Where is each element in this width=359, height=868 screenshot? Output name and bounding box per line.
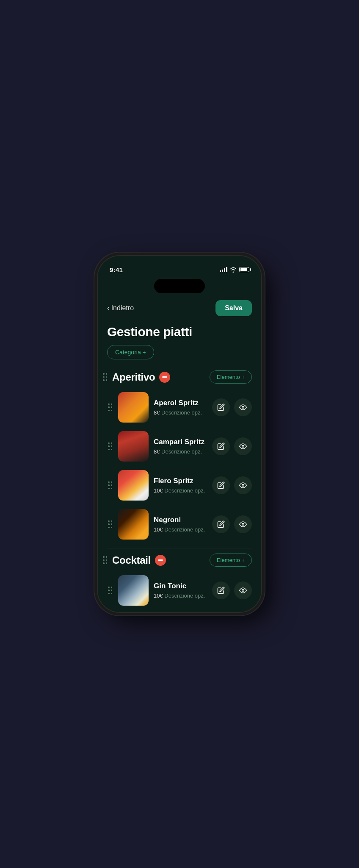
item-price-negroni: 10€ bbox=[154, 526, 164, 533]
item-desc-aperol: Descrizione opz. bbox=[161, 409, 202, 416]
nav-bar: ‹ Indietro Salva bbox=[98, 296, 261, 320]
item-info-campari: Campari Spritz8€ Descrizione opz. bbox=[154, 438, 207, 455]
eye-icon bbox=[239, 442, 247, 450]
add-element-cocktail[interactable]: Elemento + bbox=[210, 554, 252, 567]
section-header-aperitivo: AperitivoElemento + bbox=[98, 367, 261, 388]
section-header-cocktail: CocktailElemento + bbox=[98, 550, 261, 571]
item-price-row-negroni: 10€ Descrizione opz. bbox=[154, 526, 207, 533]
svg-point-2 bbox=[242, 484, 244, 487]
add-category-button[interactable]: Categoria + bbox=[107, 345, 154, 359]
item-image-campari bbox=[118, 431, 149, 462]
add-element-aperitivo[interactable]: Elemento + bbox=[210, 370, 252, 384]
drag-handle-cocktail[interactable] bbox=[102, 554, 108, 566]
item-drag-gintonic[interactable] bbox=[107, 585, 113, 596]
item-price-row-campari: 8€ Descrizione opz. bbox=[154, 448, 207, 455]
view-button-aperol[interactable] bbox=[234, 398, 252, 416]
status-time: 9:41 bbox=[110, 266, 123, 273]
item-image-aperol bbox=[118, 392, 149, 423]
item-name-gintonic: Gin Tonic bbox=[154, 582, 207, 590]
item-desc-negroni: Descrizione opz. bbox=[164, 526, 205, 533]
battery-icon bbox=[239, 267, 249, 272]
back-label: Indietro bbox=[111, 304, 134, 312]
item-name-campari: Campari Spritz bbox=[154, 438, 207, 446]
section-divider bbox=[107, 548, 252, 548]
item-desc-gintonic: Descrizione opz. bbox=[164, 593, 205, 599]
edit-button-gintonic[interactable] bbox=[212, 581, 230, 599]
item-actions-fiero bbox=[212, 476, 252, 494]
pencil-icon bbox=[217, 442, 225, 450]
phone-frame: 9:41 bbox=[97, 255, 262, 613]
item-image-fiero bbox=[118, 470, 149, 501]
eye-icon bbox=[239, 403, 247, 411]
menu-item-aperol: Aperol Spritz8€ Descrizione opz. bbox=[104, 388, 255, 427]
signal-icon bbox=[220, 267, 227, 272]
section-header-left: Cocktail bbox=[102, 554, 166, 566]
item-price-row-aperol: 8€ Descrizione opz. bbox=[154, 409, 207, 416]
item-price-gintonic: 10€ bbox=[154, 593, 164, 599]
save-button[interactable]: Salva bbox=[215, 300, 252, 316]
pencil-icon bbox=[217, 520, 225, 528]
item-desc-fiero: Descrizione opz. bbox=[164, 487, 205, 494]
item-info-fiero: Fiero Spritz10€ Descrizione opz. bbox=[154, 477, 207, 494]
item-drag-negroni[interactable] bbox=[107, 519, 113, 530]
item-name-fiero: Fiero Spritz bbox=[154, 477, 207, 485]
item-price-fiero: 10€ bbox=[154, 487, 164, 494]
section-title-aperitivo: Aperitivo bbox=[112, 371, 155, 383]
item-desc-campari: Descrizione opz. bbox=[161, 448, 202, 455]
eye-icon bbox=[239, 481, 247, 489]
view-button-gintonic[interactable] bbox=[234, 581, 252, 599]
item-price-row-gintonic: 10€ Descrizione opz. bbox=[154, 592, 207, 599]
item-image-negroni bbox=[118, 509, 149, 540]
section-title-cocktail: Cocktail bbox=[112, 554, 151, 566]
item-info-gintonic: Gin Tonic10€ Descrizione opz. bbox=[154, 582, 207, 599]
svg-point-4 bbox=[242, 590, 244, 592]
svg-point-1 bbox=[242, 445, 244, 448]
item-drag-aperol[interactable] bbox=[107, 402, 113, 413]
section-header-left: Aperitivo bbox=[102, 371, 170, 383]
dynamic-island bbox=[154, 279, 205, 293]
pencil-icon bbox=[217, 481, 225, 489]
item-image-gintonic bbox=[118, 575, 149, 606]
section-cocktail: CocktailElemento +Gin Tonic10€ Descrizio… bbox=[98, 550, 261, 612]
item-drag-campari[interactable] bbox=[107, 441, 113, 452]
drag-handle-aperitivo[interactable] bbox=[102, 371, 108, 383]
item-info-aperol: Aperol Spritz8€ Descrizione opz. bbox=[154, 399, 207, 416]
status-bar: 9:41 bbox=[98, 256, 261, 277]
remove-section-aperitivo[interactable] bbox=[159, 372, 170, 383]
menu-item-margarita: Margarita10€ Descrizione opz. bbox=[104, 610, 255, 612]
phone-screen: 9:41 bbox=[98, 256, 261, 612]
menu-items-aperitivo: Aperol Spritz8€ Descrizione opz.Campari … bbox=[98, 388, 261, 544]
view-button-negroni[interactable] bbox=[234, 515, 252, 533]
svg-point-0 bbox=[242, 406, 244, 409]
remove-section-cocktail[interactable] bbox=[155, 555, 166, 566]
edit-button-fiero[interactable] bbox=[212, 476, 230, 494]
pencil-icon bbox=[217, 403, 225, 411]
item-actions-campari bbox=[212, 437, 252, 455]
edit-button-campari[interactable] bbox=[212, 437, 230, 455]
item-price-campari: 8€ bbox=[154, 448, 161, 455]
page-title: Gestione piatti bbox=[98, 320, 261, 345]
section-aperitivo: AperitivoElemento +Aperol Spritz8€ Descr… bbox=[98, 367, 261, 544]
menu-item-negroni: Negroni10€ Descrizione opz. bbox=[104, 505, 255, 544]
menu-item-gintonic: Gin Tonic10€ Descrizione opz. bbox=[104, 571, 255, 610]
menu-item-campari: Campari Spritz8€ Descrizione opz. bbox=[104, 427, 255, 466]
edit-button-negroni[interactable] bbox=[212, 515, 230, 533]
item-drag-fiero[interactable] bbox=[107, 480, 113, 491]
menu-items-cocktail: Gin Tonic10€ Descrizione opz.Margarita10… bbox=[98, 571, 261, 612]
add-category-label: Categoria + bbox=[115, 349, 146, 356]
view-button-fiero[interactable] bbox=[234, 476, 252, 494]
wifi-icon bbox=[230, 267, 237, 273]
chevron-left-icon: ‹ bbox=[107, 304, 110, 312]
menu-item-fiero: Fiero Spritz10€ Descrizione opz. bbox=[104, 466, 255, 505]
item-actions-negroni bbox=[212, 515, 252, 533]
pencil-icon bbox=[217, 587, 225, 594]
eye-icon bbox=[239, 587, 247, 594]
item-price-aperol: 8€ bbox=[154, 409, 161, 416]
view-button-campari[interactable] bbox=[234, 437, 252, 455]
item-actions-aperol bbox=[212, 398, 252, 416]
sections-container: AperitivoElemento +Aperol Spritz8€ Descr… bbox=[98, 367, 261, 612]
edit-button-aperol[interactable] bbox=[212, 398, 230, 416]
item-price-row-fiero: 10€ Descrizione opz. bbox=[154, 487, 207, 494]
back-button[interactable]: ‹ Indietro bbox=[107, 304, 134, 312]
item-name-aperol: Aperol Spritz bbox=[154, 399, 207, 407]
